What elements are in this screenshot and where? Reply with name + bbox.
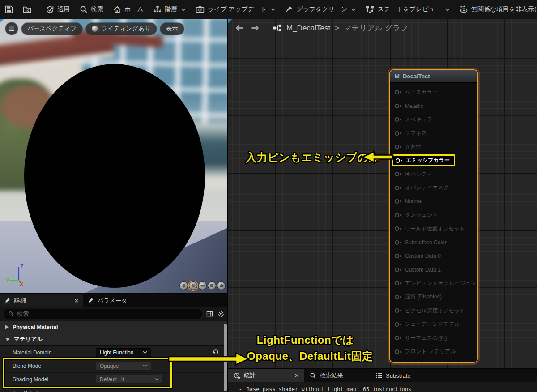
cube-preview-button[interactable] bbox=[208, 281, 216, 290]
tab-substrate[interactable]: Substrate bbox=[370, 369, 416, 382]
chevron-down-icon bbox=[181, 8, 186, 11]
teapot-preview-button[interactable] bbox=[217, 281, 226, 290]
annotation-arrow-right bbox=[168, 352, 250, 366]
search-icon bbox=[8, 311, 14, 317]
preview-state-button[interactable]: ステートをプレビュー bbox=[361, 0, 455, 19]
plane-preview-button[interactable] bbox=[198, 281, 207, 290]
node-title[interactable]: M_DecalTest bbox=[390, 70, 477, 83]
lit-mode-pill[interactable]: ライティングあり bbox=[86, 23, 157, 35]
breadcrumb-current[interactable]: マテリアル グラフ bbox=[344, 23, 408, 33]
hide-unrelated-button[interactable]: 無関係な項目を非表示にする bbox=[455, 0, 537, 19]
save-button[interactable] bbox=[0, 0, 18, 19]
pin-ambient-occlusion[interactable]: アンビエントオクルージョン bbox=[390, 277, 477, 290]
breadcrumb-asset-name[interactable]: M_DecalTest bbox=[286, 24, 330, 33]
back-button[interactable] bbox=[234, 24, 244, 32]
tab-parameters-label: パラメータ bbox=[98, 297, 127, 305]
pin-icon bbox=[395, 322, 401, 327]
pin-icon bbox=[395, 267, 401, 273]
material-domain-select[interactable]: Light Function bbox=[96, 348, 151, 357]
search-icon bbox=[80, 5, 88, 13]
pin-custom-data-0[interactable]: Custom Data 0 bbox=[390, 249, 477, 263]
search-label: 検索 bbox=[91, 5, 103, 13]
section-material[interactable]: マテリアル bbox=[0, 333, 228, 346]
tab-search-results-label: 検索結果 bbox=[320, 371, 343, 379]
clean-graph-button[interactable]: グラフをクリーン bbox=[280, 0, 361, 19]
pin-icon bbox=[395, 349, 401, 354]
perspective-label: パースペクティブ bbox=[27, 25, 77, 33]
hierarchy-button[interactable]: 階層 bbox=[149, 0, 191, 19]
chevron-down-icon bbox=[271, 8, 275, 11]
chevron-down-icon bbox=[445, 8, 450, 11]
axis-gizmo: Z Y X bbox=[5, 263, 29, 287]
expanded-arrow-icon bbox=[5, 338, 10, 341]
pin-roughness[interactable]: ラフネス bbox=[390, 127, 477, 141]
axis-x-label: X bbox=[20, 281, 23, 287]
panel-divider-vertical[interactable] bbox=[227, 19, 228, 392]
live-update-icon bbox=[196, 5, 205, 13]
preview-mesh-buttons bbox=[179, 281, 226, 290]
show-pill[interactable]: 表示 bbox=[160, 23, 184, 35]
close-icon[interactable] bbox=[294, 373, 299, 378]
pencil-icon bbox=[4, 297, 11, 304]
preview-sphere-mesh bbox=[24, 64, 205, 288]
perspective-pill[interactable]: パースペクティブ bbox=[21, 23, 82, 35]
sphere-preview-button[interactable] bbox=[189, 281, 197, 290]
search-button[interactable]: 検索 bbox=[75, 0, 108, 19]
tab-parameters[interactable]: パラメータ bbox=[83, 294, 132, 307]
pin-metallic[interactable]: Metallic bbox=[390, 99, 477, 113]
tab-details[interactable]: 詳細 bbox=[0, 294, 83, 307]
pin-emissive-color[interactable]: エミッシブカラー bbox=[390, 154, 477, 168]
home-button[interactable]: ホーム bbox=[108, 0, 149, 19]
pin-shading-model[interactable]: シェーディングモデル bbox=[390, 318, 477, 332]
pin-custom-data-1[interactable]: Custom Data 1 bbox=[390, 263, 477, 277]
browse-button[interactable] bbox=[18, 0, 36, 19]
preview-state-icon bbox=[366, 5, 374, 13]
pin-tangent[interactable]: タンジェント bbox=[390, 209, 477, 222]
details-search-input[interactable]: 検索 bbox=[4, 309, 202, 319]
hierarchy-icon bbox=[153, 5, 162, 13]
pin-icon bbox=[395, 213, 401, 218]
section-physical-material[interactable]: Physical Material bbox=[0, 321, 228, 333]
stats-output: • Base pass shader without light map: 65… bbox=[228, 382, 537, 392]
pin-icon bbox=[395, 308, 401, 313]
material-result-node[interactable]: M_DecalTest ベースカラー Metallic スペキュラ ラフネス 異… bbox=[389, 69, 478, 363]
tab-stats[interactable]: 統計 bbox=[228, 369, 304, 382]
collapsed-arrow-icon bbox=[5, 325, 9, 329]
tab-search-results[interactable]: 検索結果 bbox=[304, 369, 349, 382]
apply-label: 適用 bbox=[57, 5, 70, 13]
viewport-menu-button[interactable] bbox=[5, 22, 18, 35]
pin-icon bbox=[396, 158, 402, 163]
cube-icon bbox=[208, 282, 216, 290]
lit-sphere-icon bbox=[92, 26, 98, 32]
home-label: ホーム bbox=[124, 5, 144, 13]
pin-refraction[interactable]: 屈折 (Disabled) bbox=[390, 290, 477, 304]
forward-button[interactable] bbox=[250, 24, 260, 32]
pin-icon bbox=[395, 199, 401, 204]
panel-divider-horizontal[interactable] bbox=[0, 293, 228, 294]
grid-view-button[interactable] bbox=[206, 311, 213, 317]
apply-button[interactable]: 適用 bbox=[41, 0, 75, 19]
cylinder-icon bbox=[180, 282, 188, 290]
pin-opacity[interactable]: オパシティ bbox=[390, 167, 477, 181]
close-icon[interactable] bbox=[74, 298, 79, 303]
pin-surface-thickness[interactable]: サーフェスの厚さ bbox=[390, 331, 477, 345]
preview-viewport[interactable]: パースペクティブ ライティングあり 表示 Z Y X bbox=[0, 19, 228, 293]
bullet: • bbox=[239, 387, 242, 392]
pin-world-position-offset[interactable]: ワールド位置オフセット bbox=[390, 222, 477, 236]
live-update-button[interactable]: ライブ アップデート bbox=[191, 0, 281, 19]
pin-base-color[interactable]: ベースカラー bbox=[390, 85, 477, 99]
pin-icon bbox=[395, 117, 401, 122]
pin-icon bbox=[395, 253, 401, 259]
gear-icon[interactable] bbox=[217, 311, 225, 318]
pin-subsurface-color[interactable]: Subsurface Color bbox=[390, 236, 477, 250]
pin-specular[interactable]: スペキュラ bbox=[390, 113, 477, 127]
cylinder-preview-button[interactable] bbox=[179, 281, 188, 290]
pin-pixel-depth-offset[interactable]: ピクセル深度オフセット bbox=[390, 304, 477, 318]
pin-normal[interactable]: Normal bbox=[390, 195, 477, 209]
annotation-arrow-left bbox=[362, 150, 394, 164]
pin-anisotropy[interactable]: 異方性 bbox=[390, 140, 477, 154]
teapot-icon bbox=[217, 282, 225, 290]
pin-front-material[interactable]: フロント マテリアル bbox=[390, 345, 477, 359]
tab-stats-label: 統計 bbox=[244, 371, 256, 379]
pin-opacity-mask[interactable]: オパシティマスク bbox=[390, 181, 477, 195]
